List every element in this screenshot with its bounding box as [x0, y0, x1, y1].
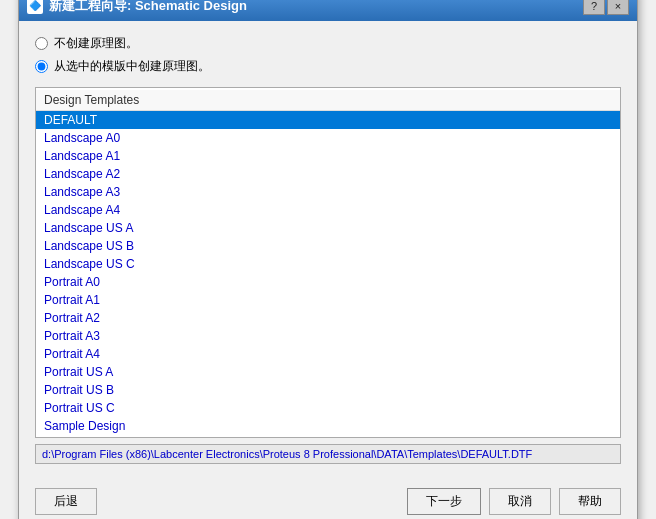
next-button[interactable]: 下一步 [407, 488, 481, 515]
radio-input-option2[interactable] [35, 60, 48, 73]
list-item[interactable]: DEFAULT [36, 111, 620, 129]
cancel-button[interactable]: 取消 [489, 488, 551, 515]
list-item[interactable]: Portrait A2 [36, 309, 620, 327]
dialog-body: 不创建原理图。 从选中的模版中创建原理图。 Design Templates D… [19, 21, 637, 478]
radio-input-option1[interactable] [35, 37, 48, 50]
button-bar-left: 后退 [35, 488, 97, 515]
title-bar: 🔷 新建工程向导: Schematic Design ? × [19, 0, 637, 21]
close-title-button[interactable]: × [607, 0, 629, 15]
button-bar-right: 下一步 取消 帮助 [407, 488, 621, 515]
radio-group: 不创建原理图。 从选中的模版中创建原理图。 [35, 35, 621, 75]
list-item[interactable]: Landscape A0 [36, 129, 620, 147]
radio-option2-label: 从选中的模版中创建原理图。 [54, 58, 210, 75]
back-button[interactable]: 后退 [35, 488, 97, 515]
template-path: d:\Program Files (x86)\Labcenter Electro… [35, 444, 621, 464]
title-bar-left: 🔷 新建工程向导: Schematic Design [27, 0, 247, 15]
help-title-button[interactable]: ? [583, 0, 605, 15]
list-item[interactable]: Landscape A2 [36, 165, 620, 183]
list-item[interactable]: Sample Design [36, 417, 620, 435]
radio-option1-label: 不创建原理图。 [54, 35, 138, 52]
template-list-container: Design Templates DEFAULT Landscape A0 La… [35, 87, 621, 438]
list-item[interactable]: Landscape A3 [36, 183, 620, 201]
list-item[interactable]: Landscape A4 [36, 201, 620, 219]
list-item[interactable]: Portrait US C [36, 399, 620, 417]
list-item[interactable]: Landscape A1 [36, 147, 620, 165]
radio-option2[interactable]: 从选中的模版中创建原理图。 [35, 58, 621, 75]
button-bar: 后退 下一步 取消 帮助 [19, 478, 637, 520]
list-item[interactable]: Landscape US C [36, 255, 620, 273]
list-item[interactable]: Landscape US A [36, 219, 620, 237]
list-item[interactable]: Portrait A4 [36, 345, 620, 363]
list-item[interactable]: Portrait A0 [36, 273, 620, 291]
list-item[interactable]: Portrait A1 [36, 291, 620, 309]
list-header: Design Templates [36, 90, 620, 111]
main-dialog: 🔷 新建工程向导: Schematic Design ? × 不创建原理图。 从… [18, 0, 638, 519]
dialog-title: 新建工程向导: Schematic Design [49, 0, 247, 15]
list-item[interactable]: Landscape US B [36, 237, 620, 255]
list-item[interactable]: Portrait US A [36, 363, 620, 381]
radio-option1[interactable]: 不创建原理图。 [35, 35, 621, 52]
list-item[interactable]: Portrait US B [36, 381, 620, 399]
title-bar-buttons: ? × [583, 0, 629, 15]
list-item[interactable]: Portrait A3 [36, 327, 620, 345]
app-icon: 🔷 [27, 0, 43, 14]
help-button[interactable]: 帮助 [559, 488, 621, 515]
